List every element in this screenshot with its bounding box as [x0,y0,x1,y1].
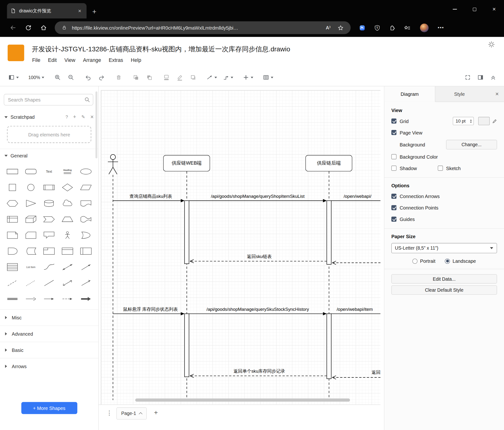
shape-internal-storage[interactable] [3,211,21,227]
shape-horizontal-container[interactable] [77,243,95,259]
shape-dotted-line[interactable] [21,275,40,291]
extensions-button[interactable] [389,24,396,31]
section-general[interactable]: General [0,149,98,162]
shape-trapezoid[interactable] [58,211,77,227]
message-label[interactable]: 返回单个sku库存同步记录 [234,369,285,374]
shape-link[interactable] [3,291,21,307]
shape-heading[interactable]: Heading [58,163,77,179]
window-minimize-button[interactable] [445,0,465,19]
shape-directional-arrow[interactable] [21,291,40,307]
scratchpad-header[interactable]: Scratchpad ? + ✎ ✕ [0,110,98,124]
shape-list-item[interactable]: List Item [21,259,40,275]
shape-curve[interactable] [40,259,58,275]
search-icon[interactable] [84,97,90,103]
message-arrow-hover-stock-sync[interactable] [113,312,184,315]
window-maximize-button[interactable] [465,0,485,19]
shape-text[interactable]: Text [40,163,58,179]
return-arrow-from-right-edge-2[interactable] [332,376,381,379]
zoom-out-button[interactable] [67,73,75,82]
browser-settings-icon[interactable]: ⋯ [437,24,444,32]
view-panels-button[interactable] [8,73,19,82]
shape-filled-arrow[interactable] [77,291,95,307]
refresh-button[interactable] [25,24,32,31]
clear-default-style-button[interactable]: Clear Default Style [391,285,497,295]
favorites-hub-button[interactable] [404,24,410,31]
format-panel-toggle-button[interactable] [477,73,484,82]
scratchpad-edit-icon[interactable]: ✎ [81,114,85,120]
favorite-star-icon[interactable] [338,25,344,31]
shape-callout[interactable] [40,227,58,243]
pages-menu-button[interactable]: ⋮ [104,408,114,418]
shape-thin-arrow[interactable] [40,291,58,307]
grid-color-edit-button[interactable] [492,119,497,123]
landscape-radio[interactable]: Landscape [445,258,476,264]
participant-backend[interactable]: 供应链后端 [306,155,352,171]
connection-points-checkbox[interactable] [391,205,396,210]
profile-avatar[interactable] [420,23,429,32]
grid-color-swatch[interactable] [478,117,490,125]
activation-bar[interactable] [327,314,331,379]
shape-actor[interactable] [58,227,77,243]
stepper-up-icon[interactable] [470,119,472,120]
shape-container[interactable] [40,243,58,259]
browser-tab[interactable]: drawio文件预览 ✕ [7,3,86,19]
shape-line[interactable] [40,275,58,291]
menu-arrange[interactable]: Arrange [83,57,101,63]
scratchpad-help-icon[interactable]: ? [65,114,68,120]
shape-hexagon[interactable] [3,195,21,211]
connection-arrows-checkbox[interactable] [391,194,396,199]
message-label[interactable]: /api/goods/shopManage/queryShopItemSkuLi… [211,194,305,199]
return-arrow-sku-list[interactable] [190,259,327,263]
shape-data-storage[interactable] [21,243,40,259]
scratchpad-dropzone[interactable]: Drag elements here [7,126,91,143]
fullscreen-button[interactable] [464,73,472,82]
theme-toggle-button[interactable] [488,41,495,49]
shadow-checkbox[interactable] [391,166,396,171]
shape-document[interactable] [77,195,95,211]
read-aloud-icon[interactable]: A⁾ [326,25,331,31]
participant-web[interactable]: 供应链WEB端 [163,155,210,171]
shape-cloud[interactable] [58,195,77,211]
activation-bar[interactable] [184,201,189,264]
shape-directional-connector[interactable] [77,275,95,291]
shape-dashed-line[interactable] [3,275,21,291]
shape-process[interactable] [40,179,58,196]
shape-rounded-rectangle[interactable] [21,163,40,179]
redo-button[interactable] [98,73,105,82]
edit-data-button[interactable]: Edit Data... [391,274,497,284]
page-tab-1[interactable]: Page-1 [117,407,146,420]
message-label[interactable]: 返回 [372,370,380,375]
address-bar[interactable]: https://file.kkview.cn/onlinePreview?url… [55,21,351,34]
fill-color-button[interactable] [162,73,170,82]
shape-card[interactable] [21,227,40,243]
portrait-radio[interactable]: Portrait [412,258,435,264]
shape-bidirectional-connector[interactable] [58,275,77,291]
activation-bar[interactable] [184,314,189,377]
zoom-level-button[interactable]: 100% [28,73,44,82]
tab-diagram[interactable]: Diagram [384,86,435,102]
insert-button[interactable] [243,73,253,82]
return-arrow-single-sku-record[interactable] [190,374,327,378]
to-back-button[interactable] [145,73,153,82]
home-button[interactable] [40,24,47,31]
message-label[interactable]: 鼠标悬浮 库存同步状态列表 [123,307,178,312]
shape-or[interactable] [77,227,95,243]
stepper-down-icon[interactable] [470,122,472,123]
message-arrow-api-query-shop-item-sku-list[interactable] [189,199,327,202]
message-label[interactable]: /open/webapi/ [344,194,371,199]
shape-and[interactable] [3,243,21,259]
message-label[interactable]: /open/webapi/item [337,307,373,312]
menu-help[interactable]: Help [131,57,141,63]
shape-tape[interactable] [77,211,95,227]
section-basic[interactable]: Basic [0,342,98,358]
new-tab-button[interactable]: + [92,8,96,15]
shadow-button[interactable] [189,73,197,82]
section-advanced[interactable]: Advanced [0,326,98,342]
section-misc[interactable]: Misc [0,309,98,326]
shape-parallelogram[interactable] [77,179,95,196]
background-change-button[interactable]: Change... [446,140,497,149]
shape-note[interactable] [3,227,21,243]
connection-style-button[interactable] [207,73,217,82]
t-extension-button[interactable]: T [374,24,381,31]
shape-ellipse[interactable] [77,163,95,179]
